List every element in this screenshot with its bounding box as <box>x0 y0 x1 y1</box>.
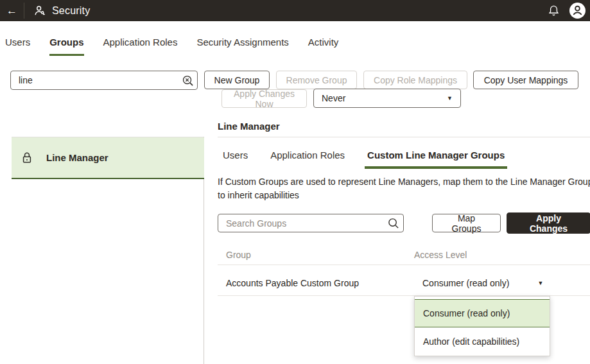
access-level-value: Consumer (read only) <box>422 278 509 288</box>
topbar: ← Security <box>0 0 590 21</box>
back-arrow-icon: ← <box>6 4 17 17</box>
remove-group-button[interactable]: Remove Group <box>276 71 357 89</box>
topbar-divider <box>24 3 24 19</box>
map-groups-button[interactable]: Map Groups <box>432 214 501 232</box>
new-group-button[interactable]: New Group <box>204 71 270 89</box>
apply-changes-button[interactable]: Apply Changes <box>507 212 590 234</box>
column-header-group: Group <box>226 250 251 260</box>
notifications-icon[interactable] <box>542 0 564 21</box>
tab-users[interactable]: Users <box>5 33 30 56</box>
access-level-select[interactable]: Consumer (read only) ▼ <box>422 278 543 288</box>
tab-groups[interactable]: Groups <box>49 33 83 56</box>
detail-tab-users[interactable]: Users <box>223 148 248 169</box>
tab-application-roles[interactable]: Application Roles <box>103 33 178 56</box>
copy-user-mappings-button[interactable]: Copy User Mappings <box>473 71 578 89</box>
detail-tabs: Users Application Roles Custom Line Mana… <box>223 148 505 169</box>
user-security-icon <box>33 4 46 17</box>
group-filter-input[interactable] <box>11 75 178 85</box>
caret-down-icon: ▼ <box>537 280 543 286</box>
dropdown-option-consumer[interactable]: Consumer (read only) <box>415 299 550 327</box>
lock-icon <box>21 151 33 164</box>
copy-role-mappings-button[interactable]: Copy Role Mappings <box>363 71 467 89</box>
column-header-access-level: Access Level <box>414 250 467 260</box>
table-header-border <box>218 264 590 265</box>
tab-security-assignments[interactable]: Security Assignments <box>196 33 288 56</box>
access-level-dropdown: Consumer (read only) Author (edit capabi… <box>414 296 550 356</box>
security-page: ← Security Users <box>0 0 590 364</box>
main-tabs: Users Groups Application Roles Security … <box>5 33 338 56</box>
apply-changes-now-button[interactable]: Apply Changes Now <box>221 89 307 108</box>
group-name-cell: Accounts Payable Custom Group <box>226 278 359 288</box>
detail-tab-custom-line-manager-groups[interactable]: Custom Line Manager Groups <box>367 148 505 169</box>
detail-tab-application-roles[interactable]: Application Roles <box>270 148 345 169</box>
dropdown-option-author[interactable]: Author (edit capabilities) <box>415 327 550 356</box>
tab-activity[interactable]: Activity <box>308 33 339 56</box>
back-button[interactable]: ← <box>0 0 24 21</box>
avatar[interactable] <box>564 0 590 21</box>
clear-search-icon[interactable] <box>178 74 197 87</box>
group-filter-searchbox <box>10 71 198 90</box>
group-list-item-line-manager[interactable]: Line Manager <box>12 137 204 179</box>
caret-down-icon: ▼ <box>447 95 460 101</box>
apply-schedule-value: Never <box>314 93 447 103</box>
detail-title-divider <box>218 137 590 137</box>
groups-searchbox <box>218 214 404 232</box>
groups-search-input[interactable] <box>218 218 384 229</box>
detail-title: Line Manager <box>218 121 280 132</box>
search-icon <box>384 218 403 229</box>
group-item-label: Line Manager <box>46 152 108 163</box>
detail-description: If Custom Groups are used to represent L… <box>218 175 590 202</box>
apply-schedule-select[interactable]: Never ▼ <box>313 89 461 108</box>
page-title: Security <box>52 5 90 17</box>
